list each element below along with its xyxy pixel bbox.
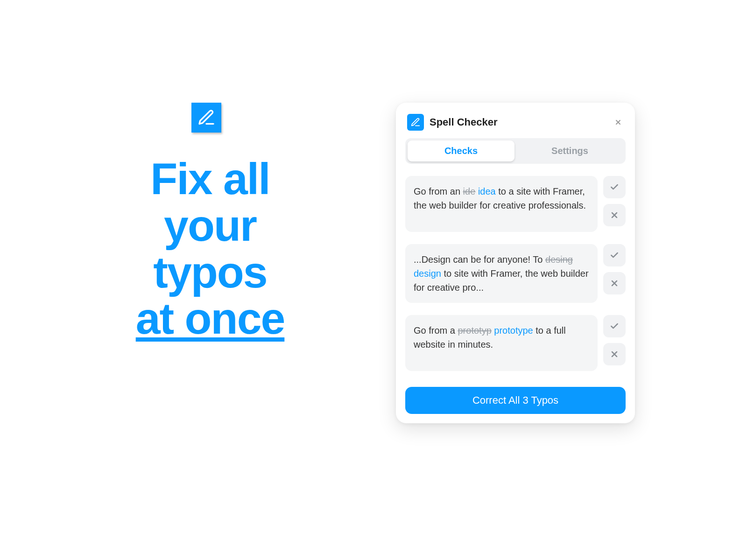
accept-button[interactable]: [603, 315, 626, 337]
check-fix: idea: [478, 186, 496, 196]
tabs: Checks Settings: [405, 138, 626, 164]
tab-settings[interactable]: Settings: [516, 140, 623, 161]
stage: Fix all your typos at once Spell Checker…: [75, 56, 672, 504]
check-actions: [603, 176, 626, 232]
check-item: ...Design can be for anyone! To desing d…: [405, 244, 626, 303]
check-fix: design: [414, 268, 441, 279]
check-item: Go from an ide idea to a site with Frame…: [405, 176, 626, 232]
headline: Fix all your typos at once: [112, 156, 308, 342]
check-fix: prototype: [494, 325, 533, 336]
check-text: Go from a prototyp prototype to a full w…: [405, 315, 598, 371]
checks-list: Go from an ide idea to a site with Frame…: [405, 176, 626, 371]
headline-line2: your: [112, 203, 308, 249]
headline-line4: at once: [112, 295, 308, 342]
panel-header: Spell Checker: [405, 112, 626, 138]
pencil-logo: [191, 103, 221, 133]
check-strike: desing: [545, 254, 573, 265]
check-actions: [603, 244, 626, 303]
marketing-left: Fix all your typos at once: [112, 103, 308, 342]
check-text: Go from an ide idea to a site with Frame…: [405, 176, 598, 232]
check-strike: prototyp: [458, 325, 491, 336]
check-text: ...Design can be for anyone! To desing d…: [405, 244, 598, 303]
check-pre: Go from a: [414, 325, 458, 336]
check-actions: [603, 315, 626, 371]
check-pre: Go from an: [414, 186, 463, 196]
dismiss-button[interactable]: [603, 343, 626, 365]
panel-title: Spell Checker: [430, 116, 607, 128]
dismiss-button[interactable]: [603, 272, 626, 294]
correct-all-button[interactable]: Correct All 3 Typos: [405, 387, 626, 414]
headline-line3: typos: [112, 249, 308, 296]
tab-checks[interactable]: Checks: [408, 140, 514, 161]
spell-checker-panel: Spell Checker Checks Settings Go from an…: [396, 103, 635, 423]
headline-line1: Fix all: [112, 156, 308, 203]
check-item: Go from a prototyp prototype to a full w…: [405, 315, 626, 371]
close-button[interactable]: [613, 117, 624, 128]
check-pre: ...Design can be for anyone! To: [414, 254, 545, 265]
accept-button[interactable]: [603, 176, 626, 198]
check-strike: ide: [463, 186, 476, 196]
accept-button[interactable]: [603, 244, 626, 266]
dismiss-button[interactable]: [603, 204, 626, 226]
pencil-icon: [407, 114, 424, 131]
